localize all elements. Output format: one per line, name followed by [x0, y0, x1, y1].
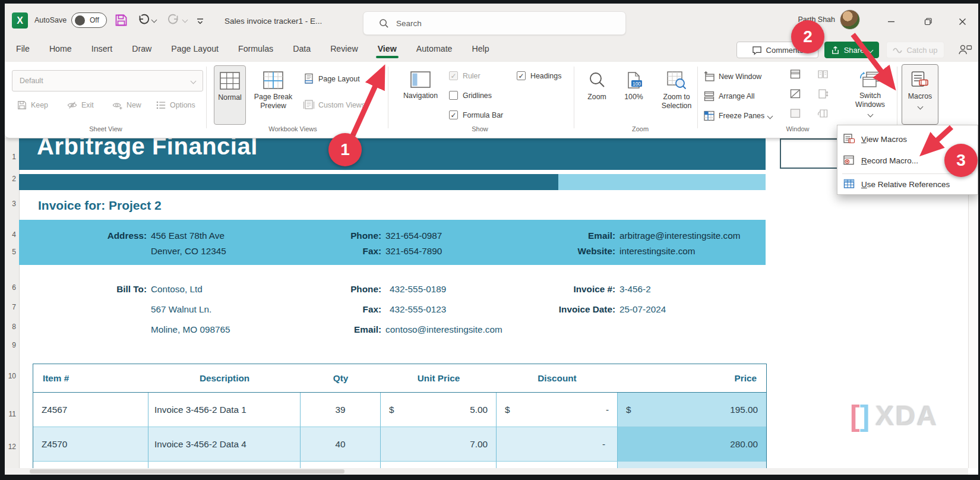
currency-symbol: $ [389, 405, 394, 415]
document-title[interactable]: Sales invoice tracker1 - E... [225, 17, 322, 26]
row-number[interactable]: 3 [5, 200, 16, 208]
macros-button[interactable]: Macros [902, 64, 938, 125]
row-number[interactable]: 7 [5, 303, 16, 311]
cell-empty[interactable] [33, 462, 148, 468]
bill-fax-line: Fax: 432-555-0123 [268, 302, 446, 317]
arrange-all-button[interactable]: Arrange All [703, 89, 755, 104]
normal-view-button[interactable]: Normal [214, 65, 246, 125]
hide-window-icon[interactable] [790, 89, 801, 99]
redo-chevron-icon [182, 17, 188, 23]
cell-description[interactable]: Invoice 3-456-2 Data 4 [148, 427, 301, 462]
row-number[interactable]: 5 [5, 248, 16, 256]
website-value: interestingsite.com [619, 246, 696, 257]
comments-icon [752, 45, 762, 55]
macros-label: Macros [908, 92, 932, 101]
new-window-button[interactable]: New Window [703, 69, 761, 84]
avatar[interactable] [840, 10, 860, 30]
cell-price[interactable]: 280.00 [618, 427, 766, 462]
autosave-toggle[interactable]: Off [71, 12, 107, 28]
close-button[interactable] [953, 13, 972, 30]
cell-qty[interactable]: 39 [301, 393, 381, 427]
search-box[interactable]: Search [363, 11, 626, 35]
row-number[interactable]: 8 [5, 323, 16, 331]
group-label-workbook-views: Workbook Views [242, 125, 343, 132]
price-value: 195.00 [730, 405, 758, 415]
currency-symbol: $ [626, 405, 631, 415]
row-number[interactable]: 12 [5, 443, 16, 451]
cell-description[interactable]: Invoice 3-456-2 Data 1 [148, 393, 301, 427]
sheet-view-value: Default [20, 77, 43, 85]
share-button[interactable]: Share [824, 42, 879, 58]
formula-bar-checkbox[interactable]: ✓ Formula Bar [449, 110, 503, 119]
zoom-100-icon: 100 [625, 71, 643, 89]
cell-item[interactable]: Z4567 [33, 393, 148, 427]
minimize-button[interactable] [881, 13, 900, 30]
tab-data[interactable]: Data [292, 43, 311, 57]
cell-empty[interactable] [301, 462, 381, 468]
zoom-to-selection-button[interactable]: Zoom to Selection [653, 65, 700, 125]
tab-page-layout[interactable]: Page Layout [170, 43, 219, 57]
bill-to-name: Contoso, Ltd [151, 284, 203, 295]
cell-qty[interactable]: 40 [301, 427, 381, 462]
page-break-preview-button[interactable]: Page Break Preview [248, 65, 298, 125]
row-number[interactable]: 2 [5, 175, 16, 183]
save-icon[interactable] [114, 13, 128, 27]
headings-checkbox[interactable]: ✓ Headings [517, 71, 561, 80]
phone-value: 432-555-0189 [390, 284, 446, 295]
row-number[interactable]: 1 [5, 153, 16, 161]
split-icon[interactable] [790, 69, 801, 80]
catch-up-button: Catch up [886, 42, 944, 58]
group-separator [206, 67, 207, 128]
switch-windows-button[interactable]: Switch Windows [846, 65, 894, 125]
horizontal-scrollbar-thumb[interactable] [30, 469, 344, 473]
cell-price[interactable]: $ 195.00 [618, 393, 766, 427]
tab-review[interactable]: Review [330, 43, 359, 57]
maximize-button[interactable] [918, 13, 937, 30]
keep-sheet-view-button: Keep [17, 97, 48, 113]
accent-bar-dark [19, 174, 558, 190]
tab-home[interactable]: Home [49, 43, 72, 57]
undo-chevron-icon[interactable] [151, 17, 157, 23]
page-layout-view-button[interactable]: Page Layout [303, 71, 360, 87]
page-break-preview-icon [263, 71, 283, 89]
switch-windows-chevron-icon [867, 112, 873, 118]
cell-empty[interactable] [381, 462, 497, 468]
cell-empty[interactable] [148, 462, 301, 468]
step-badge-2: 2 [791, 20, 824, 53]
tab-file[interactable]: File [15, 43, 30, 57]
menu-item-use-relative-references[interactable]: Use Relative References [837, 175, 978, 193]
people-icon[interactable] [957, 43, 972, 57]
catch-up-label: Catch up [906, 46, 937, 55]
tab-view[interactable]: View [377, 43, 397, 57]
cell-unit-price[interactable]: $ 5.00 [381, 393, 497, 427]
tab-insert[interactable]: Insert [91, 43, 113, 57]
undo-button[interactable] [137, 13, 156, 26]
group-separator [697, 67, 698, 128]
freeze-panes-button[interactable]: Freeze Panes [703, 108, 772, 124]
tab-automate[interactable]: Automate [416, 43, 453, 57]
customize-qat-icon[interactable] [196, 17, 204, 25]
bill-phone-line: Phone: 432-555-0189 [268, 282, 446, 297]
tab-draw[interactable]: Draw [131, 43, 152, 57]
options-label: Options [170, 101, 195, 109]
cell-discount[interactable]: $ - [497, 393, 618, 427]
cell-item[interactable]: Z4570 [33, 427, 148, 462]
zoom-100-button[interactable]: 100 100% [617, 65, 651, 125]
view-macros-label: View Macros [861, 135, 907, 144]
row-number[interactable]: 11 [5, 410, 16, 418]
row-number[interactable]: 6 [5, 283, 16, 292]
tab-formulas[interactable]: Formulas [238, 43, 274, 57]
cell-empty[interactable] [618, 462, 766, 468]
cell-discount[interactable]: - [497, 427, 618, 462]
cell-empty[interactable] [497, 462, 618, 468]
navigation-button[interactable]: Navigation [394, 65, 447, 125]
cell-unit-price[interactable]: 7.00 [381, 427, 497, 462]
bill-city-line: Moline, MO 098765 [38, 322, 230, 337]
navigation-icon [410, 71, 431, 88]
row-number[interactable]: 9 [5, 341, 16, 349]
tab-help[interactable]: Help [471, 43, 489, 57]
row-number[interactable]: 10 [5, 372, 16, 380]
zoom-button[interactable]: Zoom [580, 65, 614, 125]
row-number[interactable]: 4 [5, 230, 16, 239]
gridlines-checkbox[interactable]: Gridlines [449, 91, 492, 100]
